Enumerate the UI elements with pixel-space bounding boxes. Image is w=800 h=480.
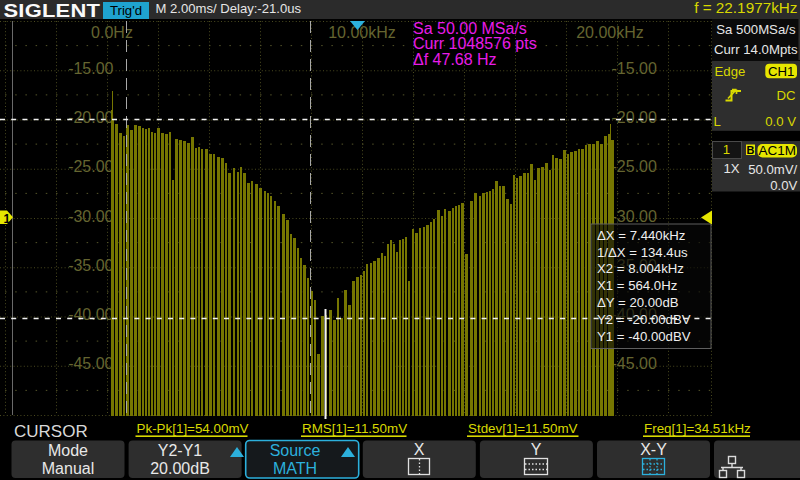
svg-text:Δf 47.68 Hz: Δf 47.68 Hz	[413, 51, 497, 68]
svg-text:X-Y: X-Y	[640, 441, 667, 458]
svg-text:Y2 = -20.00dBV: Y2 = -20.00dBV	[597, 312, 691, 327]
svg-text:B: B	[747, 144, 755, 156]
svg-text:M 2.00ms/ Delay:-21.0us: M 2.00ms/ Delay:-21.0us	[156, 1, 302, 16]
svg-text:f = 22.1977kHz: f = 22.1977kHz	[694, 0, 797, 16]
svg-text:AC1M: AC1M	[758, 143, 796, 158]
svg-text:Y2-Y1: Y2-Y1	[158, 442, 203, 459]
svg-text:1: 1	[723, 142, 730, 157]
svg-text:-30.00: -30.00	[612, 208, 657, 225]
svg-text:RMS[1]=11.50mV: RMS[1]=11.50mV	[302, 421, 407, 436]
svg-text:Y: Y	[531, 441, 542, 458]
svg-text:-45.00: -45.00	[612, 355, 657, 372]
svg-text:-45.00: -45.00	[68, 355, 113, 372]
svg-text:Manual: Manual	[42, 460, 94, 477]
svg-text:Pk-Pk[1]=54.00mV: Pk-Pk[1]=54.00mV	[137, 421, 249, 436]
svg-text:L: L	[714, 114, 721, 129]
svg-text:Mode: Mode	[48, 442, 88, 459]
svg-text:20.00kHz: 20.00kHz	[576, 24, 644, 41]
svg-text:Stdev[1]=11.50mV: Stdev[1]=11.50mV	[468, 421, 578, 436]
svg-text:50.0mV/: 50.0mV/	[748, 162, 797, 177]
svg-text:-25.00: -25.00	[612, 158, 657, 175]
svg-text:MATH: MATH	[273, 460, 317, 477]
svg-text:20.00dB: 20.00dB	[150, 460, 210, 477]
svg-text:1: 1	[4, 212, 11, 226]
svg-text:-25.00: -25.00	[68, 158, 113, 175]
svg-text:CURSOR: CURSOR	[14, 422, 88, 441]
svg-text:-40.00: -40.00	[68, 306, 113, 323]
svg-text:1/ΔX = 134.4us: 1/ΔX = 134.4us	[597, 245, 688, 260]
svg-text:SIGLENT: SIGLENT	[3, 0, 100, 21]
svg-text:Curr 14.0Mpts: Curr 14.0Mpts	[714, 42, 798, 57]
svg-text:0.0 V: 0.0 V	[765, 114, 796, 129]
svg-text:DC: DC	[776, 88, 796, 103]
svg-text:-15.00: -15.00	[68, 60, 113, 77]
svg-text:CH1: CH1	[768, 64, 794, 79]
svg-text:X1 = 564.0Hz: X1 = 564.0Hz	[597, 278, 677, 293]
svg-text:X2 = 8.004kHz: X2 = 8.004kHz	[597, 261, 684, 276]
svg-text:10.00kHz: 10.00kHz	[328, 24, 396, 41]
svg-text:X: X	[414, 441, 425, 458]
svg-text:Trig'd: Trig'd	[110, 3, 142, 18]
svg-text:1X: 1X	[724, 161, 740, 176]
svg-text:ΔX = 7.440kHz: ΔX = 7.440kHz	[597, 228, 685, 243]
svg-text:0.0V: 0.0V	[770, 178, 797, 193]
svg-text:Y1 = -40.00dBV: Y1 = -40.00dBV	[597, 329, 691, 344]
svg-text:-15.00: -15.00	[612, 60, 657, 77]
svg-text:Sa 500MSa/s: Sa 500MSa/s	[716, 22, 796, 37]
svg-text:-20.00: -20.00	[68, 109, 113, 126]
svg-text:ΔY = 20.00dB: ΔY = 20.00dB	[597, 295, 679, 310]
svg-text:Source: Source	[270, 442, 321, 459]
svg-text:Edge: Edge	[715, 64, 746, 79]
svg-text:Freq[1]=34.51kHz: Freq[1]=34.51kHz	[644, 421, 751, 436]
svg-text:-20.00: -20.00	[612, 109, 657, 126]
svg-text:-30.00: -30.00	[68, 208, 113, 225]
svg-text:-35.00: -35.00	[68, 257, 113, 274]
